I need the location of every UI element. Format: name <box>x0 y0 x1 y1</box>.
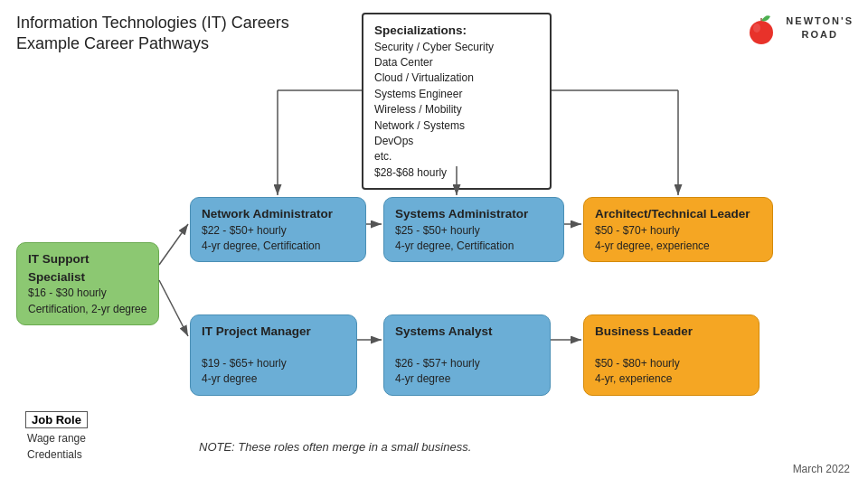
architect-wage: $50 - $70+ hourly <box>595 223 761 239</box>
it-pm-box: IT Project Manager $19 - $65+ hourly 4-y… <box>190 314 357 396</box>
svg-line-4 <box>159 224 188 265</box>
it-pm-wage: $19 - $65+ hourly <box>202 356 345 371</box>
business-leader-title: Business Leader <box>595 323 748 341</box>
it-support-creds: Certification, 2-yr degree <box>28 302 147 317</box>
systems-analyst-box: Systems Analyst $26 - $57+ hourly 4-yr d… <box>383 314 551 396</box>
it-pm-title: IT Project Manager <box>202 323 345 341</box>
it-pm-creds: 4-yr degree <box>202 371 345 387</box>
legend-creds-label: Credentials <box>25 446 111 463</box>
architect-title: Architect/Technical Leader <box>595 205 761 223</box>
svg-line-5 <box>159 280 188 336</box>
legend-box: Job Role Wage range Credentials <box>16 406 120 468</box>
network-admin-title: Network Administrator <box>202 205 354 223</box>
systems-admin-wage: $25 - $50+ hourly <box>395 223 552 239</box>
business-leader-box: Business Leader $50 - $80+ hourly 4-yr, … <box>583 314 760 396</box>
architect-creds: 4-yr degree, experience <box>595 239 761 254</box>
it-support-title: IT Support Specialist <box>28 250 147 286</box>
it-support-box: IT Support Specialist $16 - $30 hourly C… <box>16 242 159 325</box>
systems-analyst-spacer <box>395 341 539 356</box>
business-leader-wage: $50 - $80+ hourly <box>595 356 748 371</box>
network-admin-creds: 4-yr degree, Certification <box>202 239 354 254</box>
systems-admin-box: Systems Administrator $25 - $50+ hourly … <box>383 197 564 262</box>
date-text: March 2022 <box>793 463 850 475</box>
it-support-wage: $16 - $30 hourly <box>28 286 147 301</box>
systems-admin-creds: 4-yr degree, Certification <box>395 239 552 254</box>
specializations-box: Specializations: Security / Cyber Securi… <box>362 13 552 190</box>
spec-content: Security / Cyber Security Data Center Cl… <box>374 40 539 182</box>
svg-point-1 <box>753 23 760 33</box>
network-admin-wage: $22 - $50+ hourly <box>202 223 354 239</box>
legend-wage-label: Wage range <box>25 430 111 446</box>
logo-icon <box>742 9 780 47</box>
network-admin-box: Network Administrator $22 - $50+ hourly … <box>190 197 366 262</box>
logo-text: NEWTON'S ROAD <box>786 14 854 42</box>
systems-analyst-wage: $26 - $57+ hourly <box>395 356 539 371</box>
logo: NEWTON'S ROAD <box>742 9 854 47</box>
svg-point-0 <box>750 21 773 44</box>
systems-analyst-title: Systems Analyst <box>395 323 539 341</box>
note-text: NOTE: These roles often merge in a small… <box>199 440 471 454</box>
business-leader-spacer <box>595 341 748 356</box>
architect-box: Architect/Technical Leader $50 - $70+ ho… <box>583 197 773 262</box>
it-pm-spacer <box>202 341 345 356</box>
systems-admin-title: Systems Administrator <box>395 205 552 223</box>
systems-analyst-creds: 4-yr degree <box>395 371 539 387</box>
spec-title: Specializations: <box>374 22 539 40</box>
legend-role-label: Job Role <box>25 411 88 428</box>
page-title: Information Technologies (IT) Careers Ex… <box>16 13 289 55</box>
business-leader-creds: 4-yr, experience <box>595 371 748 387</box>
